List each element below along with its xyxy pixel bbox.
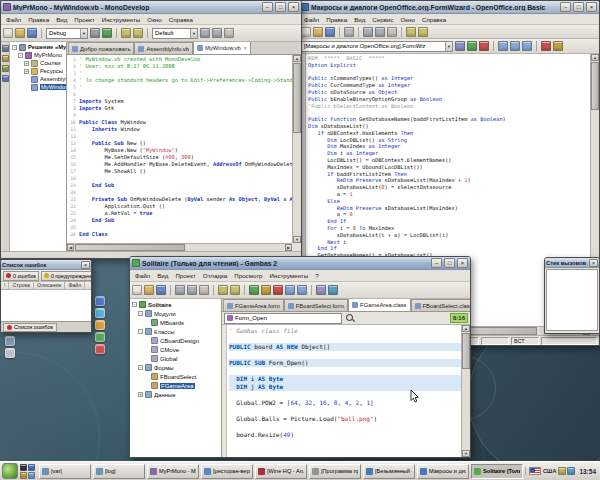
menu-item[interactable]: Инструменты [267, 272, 312, 279]
scroll-right-icon[interactable]: ▶ [285, 244, 292, 251]
taskbar-task-button[interactable]: [ресторан-верс... [201, 464, 253, 479]
menu-item[interactable]: Справка [166, 16, 196, 23]
desktop-icon[interactable] [95, 308, 105, 318]
desktop-icon[interactable] [95, 296, 105, 306]
redo-icon[interactable] [133, 28, 143, 38]
scroll-up-icon[interactable]: ▲ [293, 55, 301, 62]
tree-item[interactable]: -Модули [130, 309, 221, 318]
error-list-pad-tab[interactable]: Список ошибок [3, 323, 57, 332]
tree-expander-icon[interactable]: - [138, 311, 143, 316]
tree-expander-icon[interactable]: - [12, 45, 17, 50]
undo-icon[interactable] [406, 27, 416, 37]
tree-item[interactable]: +Ссылки [10, 59, 66, 67]
desktop-icon[interactable] [95, 332, 105, 342]
tab[interactable]: FGameArea.form [223, 299, 284, 311]
help-icon[interactable] [328, 285, 338, 295]
scroll-up-icon[interactable]: ▲ [462, 325, 470, 332]
tab[interactable]: Добро пожаловать [68, 42, 134, 54]
maximize-button[interactable]: □ [275, 2, 286, 12]
cut-icon[interactable] [200, 28, 210, 38]
search-icon[interactable] [345, 313, 355, 323]
vertical-scrollbar[interactable]: ▲ ▼ [461, 325, 470, 457]
gambas-window[interactable]: Solitaire (Только для чтения) - Gambas 2… [129, 256, 471, 458]
tree-expander-icon[interactable]: - [18, 53, 23, 58]
menu-item[interactable]: Проект [172, 272, 198, 279]
menu-item[interactable]: Правка [25, 16, 52, 23]
kmail-icon[interactable] [20, 472, 27, 479]
volume-icon[interactable] [567, 467, 575, 475]
stop-icon[interactable] [273, 285, 283, 295]
profile-combobox[interactable]: Default ▼ [152, 28, 198, 39]
redo-icon[interactable] [418, 27, 428, 37]
scrollbar-thumb[interactable] [75, 244, 185, 251]
run-icon[interactable] [102, 28, 112, 38]
tree-item[interactable]: -MyPrMono [10, 51, 66, 59]
close-button[interactable]: × [288, 2, 299, 12]
close-button[interactable]: × [457, 258, 468, 268]
chevron-down-icon[interactable]: ▼ [190, 29, 197, 38]
step-over-icon[interactable] [498, 41, 508, 51]
menu-item[interactable]: Вид [351, 16, 368, 23]
menu-item[interactable]: Вид [53, 16, 70, 23]
paste-icon[interactable] [387, 27, 397, 37]
pause-icon[interactable] [261, 285, 271, 295]
new-file-icon[interactable] [3, 28, 13, 38]
error-list-window[interactable]: Список ошибок × 0 ошибок0 предупреждений… [0, 259, 92, 333]
classes-pad-icon[interactable] [2, 65, 9, 72]
paste-icon[interactable] [224, 28, 234, 38]
tab[interactable]: FBoardSelect.class [411, 299, 471, 311]
title-bar[interactable]: Solitaire (Только для чтения) - Gambas 2… [130, 257, 470, 270]
tree-item[interactable]: MBoards [130, 318, 221, 327]
tree-item[interactable]: FGameArea [130, 381, 221, 390]
menu-item[interactable]: Проект [71, 16, 97, 23]
close-button[interactable]: × [589, 259, 598, 267]
code-editor[interactable]: ' Gambas class file PUBLIC board AS NEW … [227, 325, 461, 457]
step-out-icon[interactable] [522, 41, 532, 51]
menu-item[interactable]: Файл [3, 16, 24, 23]
run-icon[interactable] [467, 41, 477, 51]
undo-icon[interactable] [218, 285, 228, 295]
watch-icon[interactable] [553, 41, 563, 51]
klipper-icon[interactable] [558, 467, 566, 475]
tree-expander-icon[interactable]: - [138, 365, 143, 370]
error-filter-button[interactable]: 0 ошибок [3, 271, 39, 281]
solution-pad-icon[interactable] [2, 45, 9, 52]
open-file-icon[interactable] [15, 28, 25, 38]
scroll-down-icon[interactable]: ▼ [462, 450, 470, 457]
menu-item[interactable]: Файл [132, 272, 153, 279]
menu-item[interactable]: Окно [398, 16, 418, 23]
desktop-icon[interactable] [95, 320, 105, 330]
copy-icon[interactable] [375, 27, 385, 37]
column-header[interactable]: ! [1, 282, 9, 289]
menu-item[interactable]: Окно [144, 16, 164, 23]
menu-item[interactable]: Справка [419, 16, 449, 23]
monodevelop-window[interactable]: MyPrMono - MyWindow.vb - MonoDevelop – □… [0, 0, 302, 259]
desktop-icon[interactable] [5, 348, 15, 358]
tree-expander-icon[interactable]: + [24, 69, 29, 74]
help-pad-icon[interactable] [2, 75, 9, 82]
new-document-icon[interactable] [301, 27, 311, 37]
menu-item[interactable]: Файл [301, 16, 322, 23]
code-editor[interactable]: 1' MyWindow.vb created with MonoDevelop2… [67, 55, 292, 243]
call-stack-window[interactable]: Стек вызовов × [544, 257, 600, 334]
minimize-button[interactable]: – [262, 2, 273, 12]
files-pad-icon[interactable] [2, 55, 9, 62]
column-header[interactable]: Строка [9, 282, 34, 289]
menu-item[interactable]: Вид [154, 272, 171, 279]
tree-expander-icon[interactable]: + [24, 61, 29, 66]
chevron-down-icon[interactable]: ▼ [445, 42, 452, 51]
breakpoint-icon[interactable] [541, 41, 551, 51]
title-bar[interactable]: Список ошибок × [1, 260, 91, 270]
scrollbar-thumb[interactable] [293, 63, 301, 133]
title-bar[interactable]: MyPrMono - MyWindow.vb - MonoDevelop – □… [1, 1, 301, 14]
step-into-icon[interactable] [510, 41, 520, 51]
menu-item[interactable]: ? [312, 272, 321, 279]
scroll-left-icon[interactable]: ◀ [67, 244, 74, 251]
undo-icon[interactable] [121, 28, 131, 38]
scroll-up-icon[interactable]: ▲ [591, 54, 599, 61]
tab-close-icon[interactable]: × [244, 45, 247, 51]
open-icon[interactable] [313, 27, 323, 37]
save-icon[interactable] [27, 28, 37, 38]
project-tree[interactable]: -Solitaire-МодулиMBoards-КлассыCBoardDes… [130, 299, 222, 457]
taskbar-task-button[interactable]: [log] [93, 464, 145, 479]
